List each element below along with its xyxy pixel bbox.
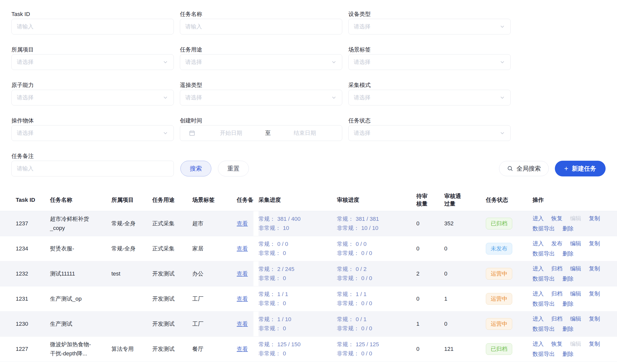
view-remark-link[interactable]: 查看 [237,321,248,327]
action-copy[interactable]: 复制 [589,240,600,247]
cell-scene: 超市 [192,211,234,236]
device-type-select[interactable]: 请选择 [348,19,511,34]
cell-scene: 工厂 [192,312,234,337]
chevron-down-icon [162,59,168,65]
operate-object-select[interactable]: 请选择 [11,125,174,141]
filter-field-device-type: 设备类型 请选择 [348,11,511,34]
action-export[interactable]: 数据导出 [533,350,555,358]
action-export[interactable]: 数据导出 [533,225,555,232]
action-delete[interactable]: 删除 [562,325,574,333]
atomic-ability-select[interactable]: 请选择 [11,90,174,105]
filter-panel: Task ID 任务名称 设备类型 请选择 所属项目 请选择 [0,0,617,176]
cell-task-name: 生产测试 [50,312,111,337]
action-export[interactable]: 数据导出 [533,300,555,308]
action-delete[interactable]: 删除 [562,275,574,283]
cell-review-progress: 常规：1 / 1 非常规：0 / 0 [337,286,416,312]
filter-label-project: 所属项目 [11,46,174,53]
date-start-placeholder[interactable]: 开始日期 [199,129,263,137]
action-archive[interactable]: 归档 [551,315,562,323]
filter-grid: Task ID 任务名称 设备类型 请选择 所属项目 请选择 [11,11,606,141]
header-operations: 操作 [533,189,617,211]
toolbar-right: 全局搜索 + 新建任务 [499,161,606,176]
action-enter[interactable]: 进入 [533,215,544,222]
cell-pending-count: 0 [416,211,444,236]
action-edit[interactable]: 编辑 [570,315,581,323]
action-copy[interactable]: 复制 [589,215,600,222]
action-export[interactable]: 数据导出 [533,325,555,333]
cell-approved-count: 0 [444,236,486,261]
chevron-down-icon [499,130,505,136]
action-edit[interactable]: 编辑 [570,240,581,247]
task-remark-input[interactable] [11,161,174,176]
date-end-placeholder[interactable]: 结束日期 [273,129,337,137]
action-edit[interactable]: 编辑 [570,340,581,348]
action-enter[interactable]: 进入 [533,315,544,323]
action-export[interactable]: 数据导出 [533,275,555,283]
action-enter[interactable]: 进入 [533,265,544,272]
cell-purpose: 正式采集 [152,211,192,236]
view-remark-link[interactable]: 查看 [237,296,248,302]
action-restore[interactable]: 恢复 [551,340,562,348]
cell-review-progress: 常规：381 / 381 非常规：10 / 10 [337,211,416,236]
action-delete[interactable]: 删除 [562,350,574,358]
action-copy[interactable]: 复制 [589,265,600,272]
action-enter[interactable]: 进入 [533,340,544,348]
cell-operations: 进入 归档 编辑 复制 数据导出 删除 [533,286,617,312]
teleop-type-select[interactable]: 请选择 [180,90,342,105]
action-edit[interactable]: 编辑 [570,265,581,272]
action-archive[interactable]: 归档 [551,290,562,298]
action-export[interactable]: 数据导出 [533,250,555,258]
action-copy[interactable]: 复制 [589,290,600,298]
scene-tag-select[interactable]: 请选择 [348,54,511,70]
date-range-picker[interactable]: 开始日期 至 结束日期 [180,125,342,141]
cell-task-name: 测试11111 [50,261,111,286]
cell-approved-count: 1 [444,286,486,312]
cell-pending-count: 0 [416,236,444,261]
status-badge: 未发布 [486,243,512,254]
action-copy[interactable]: 复制 [589,340,600,348]
cell-remark: 查看 [234,261,253,286]
create-task-button[interactable]: + 新建任务 [555,161,606,176]
calendar-icon [189,130,195,136]
action-copy[interactable]: 复制 [589,315,600,323]
action-delete[interactable]: 删除 [562,300,574,308]
action-edit[interactable]: 编辑 [570,215,581,222]
cell-status: 运营中 [486,261,533,286]
action-publish[interactable]: 发布 [551,240,562,247]
view-remark-link[interactable]: 查看 [237,220,248,227]
action-restore[interactable]: 恢复 [551,215,562,222]
table-row: 1237 超市冷鲜柜补货_copy 常规-全身 正式采集 超市 查看 常规：38… [0,211,617,236]
cell-scene: 办公 [192,261,234,286]
cell-collect-progress: 常规：0 / 0 非常规：0 [259,236,337,261]
cell-approved-count: 352 [444,211,486,236]
action-edit[interactable]: 编辑 [570,290,581,298]
view-remark-link[interactable]: 查看 [237,270,248,277]
view-remark-link[interactable]: 查看 [237,346,248,352]
filter-field-task-name: 任务名称 [180,11,342,34]
action-archive[interactable]: 归档 [551,265,562,272]
cell-task-name: 生产测试_op [50,286,111,312]
cell-pending-count: 2 [416,261,444,286]
reset-button[interactable]: 重置 [218,161,249,176]
project-select[interactable]: 请选择 [11,54,174,70]
cell-operations: 进入 发布 编辑 复制 数据导出 删除 [533,236,617,261]
purpose-select[interactable]: 请选择 [180,54,342,70]
view-remark-link[interactable]: 查看 [237,245,248,252]
search-button[interactable]: 搜索 [180,161,211,176]
filter-label-atomic-ability: 原子能力 [11,82,174,89]
action-enter[interactable]: 进入 [533,240,544,247]
action-delete[interactable]: 删除 [562,250,574,258]
task-status-select[interactable]: 请选择 [348,125,511,141]
collect-mode-select[interactable]: 请选择 [348,90,511,105]
cell-scene: 餐厅 [192,337,234,362]
cell-task-name: 超市冷鲜柜补货_copy [50,211,111,236]
header-approved-count: 审核通过量 [444,189,486,211]
action-enter[interactable]: 进入 [533,290,544,298]
status-badge: 已归档 [486,343,512,355]
global-search-button[interactable]: 全局搜索 [499,161,549,176]
filter-label-task-name: 任务名称 [180,11,342,18]
task-name-input[interactable] [180,19,342,34]
task-id-input[interactable] [11,19,174,34]
cell-task-id: 1234 [0,236,50,261]
action-delete[interactable]: 删除 [562,225,574,232]
